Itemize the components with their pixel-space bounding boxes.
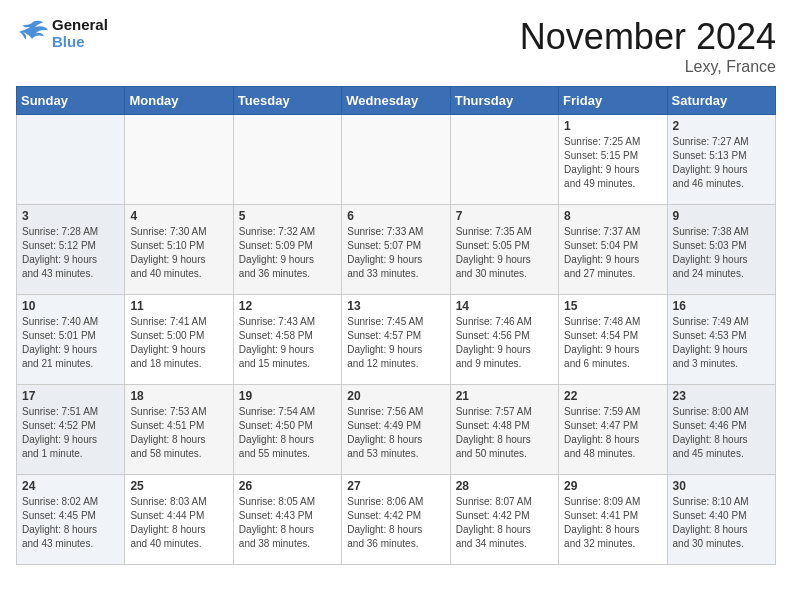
- day-number: 28: [456, 479, 553, 493]
- day-info: Sunrise: 7:30 AM Sunset: 5:10 PM Dayligh…: [130, 225, 227, 281]
- day-info: Sunrise: 7:46 AM Sunset: 4:56 PM Dayligh…: [456, 315, 553, 371]
- day-info: Sunrise: 8:07 AM Sunset: 4:42 PM Dayligh…: [456, 495, 553, 551]
- day-info: Sunrise: 7:51 AM Sunset: 4:52 PM Dayligh…: [22, 405, 119, 461]
- day-info: Sunrise: 8:06 AM Sunset: 4:42 PM Dayligh…: [347, 495, 444, 551]
- table-row: [17, 115, 125, 205]
- table-row: 22Sunrise: 7:59 AM Sunset: 4:47 PM Dayli…: [559, 385, 667, 475]
- col-monday: Monday: [125, 87, 233, 115]
- day-info: Sunrise: 7:54 AM Sunset: 4:50 PM Dayligh…: [239, 405, 336, 461]
- day-number: 7: [456, 209, 553, 223]
- day-info: Sunrise: 7:32 AM Sunset: 5:09 PM Dayligh…: [239, 225, 336, 281]
- table-row: 6Sunrise: 7:33 AM Sunset: 5:07 PM Daylig…: [342, 205, 450, 295]
- table-row: 27Sunrise: 8:06 AM Sunset: 4:42 PM Dayli…: [342, 475, 450, 565]
- day-number: 18: [130, 389, 227, 403]
- calendar-week-row: 17Sunrise: 7:51 AM Sunset: 4:52 PM Dayli…: [17, 385, 776, 475]
- day-info: Sunrise: 7:37 AM Sunset: 5:04 PM Dayligh…: [564, 225, 661, 281]
- table-row: 2Sunrise: 7:27 AM Sunset: 5:13 PM Daylig…: [667, 115, 775, 205]
- day-number: 3: [22, 209, 119, 223]
- day-number: 26: [239, 479, 336, 493]
- day-info: Sunrise: 8:00 AM Sunset: 4:46 PM Dayligh…: [673, 405, 770, 461]
- day-number: 19: [239, 389, 336, 403]
- table-row: 30Sunrise: 8:10 AM Sunset: 4:40 PM Dayli…: [667, 475, 775, 565]
- table-row: 19Sunrise: 7:54 AM Sunset: 4:50 PM Dayli…: [233, 385, 341, 475]
- day-info: Sunrise: 7:35 AM Sunset: 5:05 PM Dayligh…: [456, 225, 553, 281]
- day-number: 20: [347, 389, 444, 403]
- day-info: Sunrise: 8:03 AM Sunset: 4:44 PM Dayligh…: [130, 495, 227, 551]
- table-row: 17Sunrise: 7:51 AM Sunset: 4:52 PM Dayli…: [17, 385, 125, 475]
- table-row: 3Sunrise: 7:28 AM Sunset: 5:12 PM Daylig…: [17, 205, 125, 295]
- day-number: 11: [130, 299, 227, 313]
- day-number: 14: [456, 299, 553, 313]
- table-row: 20Sunrise: 7:56 AM Sunset: 4:49 PM Dayli…: [342, 385, 450, 475]
- day-number: 1: [564, 119, 661, 133]
- day-number: 16: [673, 299, 770, 313]
- table-row: 21Sunrise: 7:57 AM Sunset: 4:48 PM Dayli…: [450, 385, 558, 475]
- table-row: 13Sunrise: 7:45 AM Sunset: 4:57 PM Dayli…: [342, 295, 450, 385]
- day-number: 10: [22, 299, 119, 313]
- col-tuesday: Tuesday: [233, 87, 341, 115]
- col-wednesday: Wednesday: [342, 87, 450, 115]
- day-number: 24: [22, 479, 119, 493]
- day-number: 27: [347, 479, 444, 493]
- table-row: 26Sunrise: 8:05 AM Sunset: 4:43 PM Dayli…: [233, 475, 341, 565]
- day-info: Sunrise: 8:02 AM Sunset: 4:45 PM Dayligh…: [22, 495, 119, 551]
- day-info: Sunrise: 7:56 AM Sunset: 4:49 PM Dayligh…: [347, 405, 444, 461]
- table-row: [342, 115, 450, 205]
- table-row: 8Sunrise: 7:37 AM Sunset: 5:04 PM Daylig…: [559, 205, 667, 295]
- table-row: 1Sunrise: 7:25 AM Sunset: 5:15 PM Daylig…: [559, 115, 667, 205]
- calendar-table: Sunday Monday Tuesday Wednesday Thursday…: [16, 86, 776, 565]
- day-info: Sunrise: 8:05 AM Sunset: 4:43 PM Dayligh…: [239, 495, 336, 551]
- day-info: Sunrise: 8:10 AM Sunset: 4:40 PM Dayligh…: [673, 495, 770, 551]
- table-row: 18Sunrise: 7:53 AM Sunset: 4:51 PM Dayli…: [125, 385, 233, 475]
- day-number: 13: [347, 299, 444, 313]
- day-info: Sunrise: 7:38 AM Sunset: 5:03 PM Dayligh…: [673, 225, 770, 281]
- table-row: 7Sunrise: 7:35 AM Sunset: 5:05 PM Daylig…: [450, 205, 558, 295]
- day-info: Sunrise: 7:48 AM Sunset: 4:54 PM Dayligh…: [564, 315, 661, 371]
- day-info: Sunrise: 7:27 AM Sunset: 5:13 PM Dayligh…: [673, 135, 770, 191]
- table-row: [125, 115, 233, 205]
- day-info: Sunrise: 7:57 AM Sunset: 4:48 PM Dayligh…: [456, 405, 553, 461]
- day-info: Sunrise: 7:25 AM Sunset: 5:15 PM Dayligh…: [564, 135, 661, 191]
- day-info: Sunrise: 7:45 AM Sunset: 4:57 PM Dayligh…: [347, 315, 444, 371]
- day-info: Sunrise: 7:59 AM Sunset: 4:47 PM Dayligh…: [564, 405, 661, 461]
- col-thursday: Thursday: [450, 87, 558, 115]
- day-number: 25: [130, 479, 227, 493]
- calendar-header-row: Sunday Monday Tuesday Wednesday Thursday…: [17, 87, 776, 115]
- day-number: 12: [239, 299, 336, 313]
- table-row: 10Sunrise: 7:40 AM Sunset: 5:01 PM Dayli…: [17, 295, 125, 385]
- table-row: [450, 115, 558, 205]
- title-block: November 2024 Lexy, France: [520, 16, 776, 76]
- calendar-week-row: 10Sunrise: 7:40 AM Sunset: 5:01 PM Dayli…: [17, 295, 776, 385]
- col-saturday: Saturday: [667, 87, 775, 115]
- day-number: 23: [673, 389, 770, 403]
- page-header: General Blue November 2024 Lexy, France: [16, 16, 776, 76]
- table-row: 24Sunrise: 8:02 AM Sunset: 4:45 PM Dayli…: [17, 475, 125, 565]
- day-number: 2: [673, 119, 770, 133]
- day-info: Sunrise: 8:09 AM Sunset: 4:41 PM Dayligh…: [564, 495, 661, 551]
- day-number: 22: [564, 389, 661, 403]
- table-row: 14Sunrise: 7:46 AM Sunset: 4:56 PM Dayli…: [450, 295, 558, 385]
- col-sunday: Sunday: [17, 87, 125, 115]
- day-number: 4: [130, 209, 227, 223]
- day-number: 15: [564, 299, 661, 313]
- table-row: 12Sunrise: 7:43 AM Sunset: 4:58 PM Dayli…: [233, 295, 341, 385]
- day-info: Sunrise: 7:49 AM Sunset: 4:53 PM Dayligh…: [673, 315, 770, 371]
- table-row: 4Sunrise: 7:30 AM Sunset: 5:10 PM Daylig…: [125, 205, 233, 295]
- day-number: 21: [456, 389, 553, 403]
- table-row: 29Sunrise: 8:09 AM Sunset: 4:41 PM Dayli…: [559, 475, 667, 565]
- table-row: 5Sunrise: 7:32 AM Sunset: 5:09 PM Daylig…: [233, 205, 341, 295]
- day-info: Sunrise: 7:40 AM Sunset: 5:01 PM Dayligh…: [22, 315, 119, 371]
- logo-icon: [16, 19, 48, 47]
- col-friday: Friday: [559, 87, 667, 115]
- day-info: Sunrise: 7:53 AM Sunset: 4:51 PM Dayligh…: [130, 405, 227, 461]
- table-row: 11Sunrise: 7:41 AM Sunset: 5:00 PM Dayli…: [125, 295, 233, 385]
- table-row: 16Sunrise: 7:49 AM Sunset: 4:53 PM Dayli…: [667, 295, 775, 385]
- day-number: 17: [22, 389, 119, 403]
- table-row: 15Sunrise: 7:48 AM Sunset: 4:54 PM Dayli…: [559, 295, 667, 385]
- table-row: 25Sunrise: 8:03 AM Sunset: 4:44 PM Dayli…: [125, 475, 233, 565]
- logo-text: General Blue: [52, 16, 108, 50]
- day-number: 30: [673, 479, 770, 493]
- table-row: 28Sunrise: 8:07 AM Sunset: 4:42 PM Dayli…: [450, 475, 558, 565]
- logo: General Blue: [16, 16, 108, 50]
- table-row: [233, 115, 341, 205]
